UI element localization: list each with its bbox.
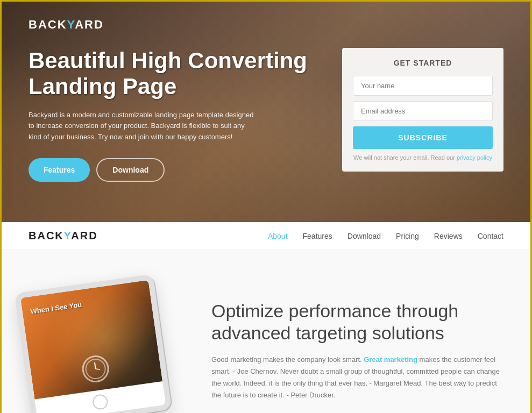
- highlight-text: Great marketing: [364, 355, 417, 364]
- hero-left-content: Beautiful High Converting Landing Page B…: [29, 48, 321, 182]
- name-input[interactable]: [353, 76, 493, 96]
- nav-item-features[interactable]: Features: [303, 231, 332, 241]
- email-input[interactable]: [353, 101, 493, 121]
- tablet-clock-icon: [80, 354, 110, 384]
- download-button[interactable]: Download: [96, 158, 165, 182]
- svg-line-2: [96, 368, 100, 370]
- nav-item-about[interactable]: About: [268, 231, 288, 241]
- nav-link-reviews[interactable]: Reviews: [434, 232, 463, 240]
- get-started-card: GET STARTED SUBSCRIBE We will not share …: [342, 48, 503, 172]
- content-right: Optimize performance through advanced ta…: [211, 300, 503, 401]
- subscribe-button[interactable]: SUBSCRIBE: [353, 126, 493, 149]
- hero-section: BACKYARD Beautiful High Converting Landi…: [2, 2, 530, 222]
- nav-item-download[interactable]: Download: [347, 231, 381, 241]
- privacy-text: We will not share your email. Read our p…: [353, 154, 493, 161]
- hero-title: Beautiful High Converting Landing Page: [29, 48, 321, 100]
- card-title: GET STARTED: [353, 59, 493, 67]
- nav-logo: BACKYARD: [29, 230, 98, 242]
- hero-buttons: Features Download: [29, 158, 321, 182]
- navbar: BACKYARD About Features Download Pricing…: [2, 222, 530, 250]
- privacy-policy-link[interactable]: privacy policy: [457, 154, 492, 161]
- nav-item-reviews[interactable]: Reviews: [434, 231, 463, 241]
- nav-link-contact[interactable]: Contact: [478, 232, 503, 240]
- nav-links: About Features Download Pricing Reviews …: [268, 231, 503, 241]
- nav-item-pricing[interactable]: Pricing: [396, 231, 419, 241]
- tablet-screen: When I See You: [20, 280, 162, 400]
- nav-link-pricing[interactable]: Pricing: [396, 232, 419, 240]
- nav-link-download[interactable]: Download: [347, 232, 381, 240]
- nav-item-contact[interactable]: Contact: [478, 231, 503, 241]
- content-section: When I See You Optimize performance thro…: [2, 250, 530, 413]
- nav-link-features[interactable]: Features: [303, 232, 332, 240]
- tablet-mockup: When I See You: [29, 282, 179, 413]
- features-button[interactable]: Features: [29, 158, 90, 182]
- hero-logo: BACKYARD: [29, 18, 503, 32]
- tablet-home-button: [92, 394, 109, 411]
- tablet-device: When I See You: [15, 274, 172, 413]
- tablet-text: When I See You: [30, 301, 83, 317]
- content-title: Optimize performance through advanced ta…: [211, 300, 503, 344]
- content-description: Good marketing makes the company look sm…: [211, 354, 503, 401]
- hero-description: Backyard is a modern and customizable la…: [29, 110, 254, 143]
- nav-link-about[interactable]: About: [268, 232, 288, 240]
- svg-line-1: [95, 362, 96, 369]
